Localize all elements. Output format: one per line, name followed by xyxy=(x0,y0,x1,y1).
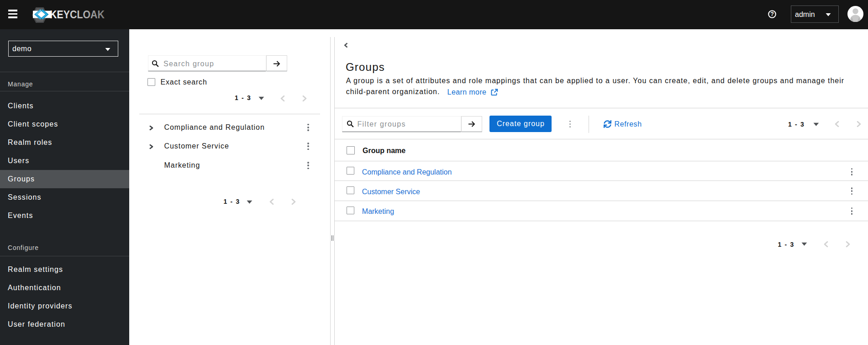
svg-text:?: ? xyxy=(770,11,774,17)
svg-text:KEYCLOAK: KEYCLOAK xyxy=(50,9,105,21)
